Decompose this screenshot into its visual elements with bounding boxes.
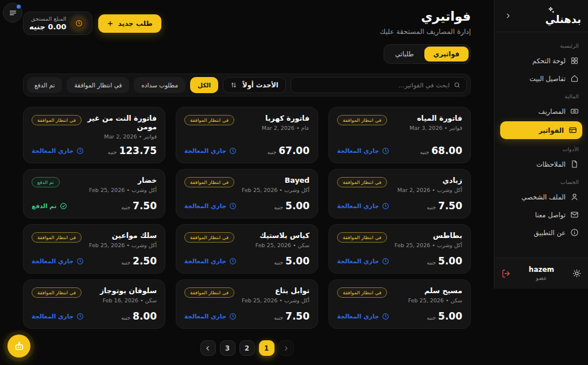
chevron-right-icon — [283, 345, 289, 352]
approval-badge: في انتظار الموافقة — [32, 115, 82, 125]
filter-chip-paid[interactable]: تم الدفع — [27, 77, 62, 93]
nav-item-label: الملف الشخصي — [521, 193, 566, 201]
payment-status: جاري المعالجة — [184, 202, 237, 210]
invoice-card[interactable]: Bayedأكل وشرب • Feb 25, 2026في انتظار ال… — [176, 169, 318, 218]
tabs: فواتيري طلباتي — [384, 44, 471, 64]
sidebar: بدهنلي الرئيسية لوحة التحكم تفاصيل البيت… — [494, 0, 588, 289]
sidebar-item-house-details[interactable]: تفاصيل البيت — [494, 70, 588, 87]
page-button-3[interactable]: 3 — [220, 340, 235, 356]
search-icon — [454, 82, 461, 89]
page-subtitle: إدارة المصاريف المستحقة عليك — [380, 28, 471, 36]
invoice-amount: 7.50جنيه — [274, 310, 310, 322]
clock-icon — [229, 258, 237, 265]
chevron-left-icon — [204, 345, 211, 352]
section-label-tools: الأدوات — [494, 140, 588, 155]
main-content: فواتيري إدارة المصاريف المستحقة عليك طلب… — [0, 0, 494, 365]
next-page-button[interactable] — [278, 340, 294, 356]
approval-badge: في انتظار الموافقة — [337, 177, 387, 187]
sidebar-header: بدهنلي — [494, 0, 588, 32]
page-title: فواتيري — [380, 9, 471, 24]
menu-button[interactable] — [3, 3, 22, 22]
invoice-card[interactable]: خضارأكل وشرب • Feb 25, 2026تم الدفع 7.50… — [23, 169, 165, 218]
invoice-meta: أكل وشرب • Feb 25, 2026 — [242, 187, 310, 193]
invoice-card[interactable]: كياس بلاستيكسكن • Feb 25, 2026في انتظار … — [176, 224, 318, 274]
page-button-1[interactable]: 1 — [259, 340, 274, 356]
invoice-card[interactable]: مسيح سلمسكن • Feb 25, 2026في انتظار المو… — [328, 279, 471, 329]
clock-icon — [229, 147, 237, 155]
info-icon — [570, 228, 579, 237]
robot-icon — [14, 341, 25, 352]
invoice-card[interactable]: زباديأكل وشرب • Mar 2, 2026في انتظار الم… — [328, 169, 471, 218]
sidebar-item-notes[interactable]: الملاحظات — [494, 155, 588, 173]
approval-badge: في انتظار الموافقة — [184, 177, 234, 187]
clock-icon — [229, 202, 237, 210]
sidebar-item-profile[interactable]: الملف الشخصي — [494, 188, 588, 206]
new-request-button[interactable]: طلب جديد — [98, 14, 161, 33]
chevron-right-icon — [504, 12, 512, 20]
invoice-card[interactable]: فاتورة كهرباعام • Mar 2, 2026في انتظار ا… — [176, 107, 318, 163]
collapse-sidebar-button[interactable] — [500, 10, 512, 22]
mail-icon — [570, 210, 579, 219]
clock-icon — [229, 313, 237, 320]
clock-icon — [382, 147, 389, 155]
new-request-label: طلب جديد — [118, 20, 152, 28]
invoice-title: بطاطس — [394, 231, 462, 240]
approval-badge: في انتظار الموافقة — [184, 287, 234, 298]
search-box — [291, 77, 467, 93]
filter-chip-awaiting-approval[interactable]: في انتظار الموافقة — [67, 77, 129, 93]
sidebar-item-dashboard[interactable]: لوحة التحكم — [494, 52, 588, 70]
invoice-title: سلك مواعين — [89, 231, 157, 240]
chatbot-fab-button[interactable] — [7, 335, 30, 358]
sidebar-item-about[interactable]: عن التطبيق — [494, 224, 588, 241]
payment-status: جاري المعالجة — [337, 147, 389, 155]
search-input[interactable] — [297, 82, 450, 89]
invoice-card[interactable]: سلوفان بوتوجازسكن • Feb 16, 2026في انتظا… — [23, 279, 165, 329]
invoice-title: فاتورة النت من غير مومن — [85, 114, 157, 131]
due-clock-icon — [71, 16, 86, 31]
approval-badge: في انتظار الموافقة — [184, 115, 234, 125]
sidebar-footer: hazem عضو — [494, 258, 588, 289]
logout-button[interactable] — [501, 269, 510, 278]
filter-bar: الأحدث أولاً الكل مطلوب سداده في انتظار … — [23, 74, 471, 97]
section-label-main: الرئيسية — [494, 37, 588, 52]
filter-chip-payment-required[interactable]: مطلوب سداده — [134, 77, 185, 93]
invoice-amount: 67.00جنيه — [267, 145, 310, 156]
tabs-row: فواتيري طلباتي — [23, 44, 471, 64]
previous-page-button[interactable] — [200, 340, 216, 356]
sidebar-item-invoices[interactable]: الفواتير — [500, 121, 582, 139]
due-amount-label: المبلغ المستحق — [29, 16, 66, 22]
plus-icon — [107, 20, 114, 27]
approval-badge: في انتظار الموافقة — [184, 232, 234, 243]
theme-toggle-button[interactable] — [572, 269, 581, 278]
filter-chip-all[interactable]: الكل — [190, 77, 218, 93]
invoice-card[interactable]: فاتورة النت من غير مومنفواتير • Mar 2, 2… — [23, 107, 165, 163]
sidebar-item-expenses[interactable]: المصاريف — [494, 102, 588, 120]
invoice-card[interactable]: فاتورة المياهفواتير • Mar 3, 2026في انتظ… — [328, 107, 471, 163]
section-label-account: الحساب — [494, 173, 588, 188]
invoice-card[interactable]: توابل بتاعأكل وشرب • Feb 25, 2026في انتظ… — [176, 279, 318, 329]
invoice-amount: 2.50جنيه — [121, 255, 157, 267]
invoice-title: سلوفان بوتوجاز — [100, 286, 157, 295]
invoice-meta: عام • Mar 2, 2026 — [262, 125, 310, 131]
tab-my-requests[interactable]: طلباتي — [386, 47, 423, 62]
page-button-2[interactable]: 2 — [239, 340, 255, 356]
approval-badge: في انتظار الموافقة — [32, 287, 82, 298]
clock-icon — [382, 202, 389, 210]
invoice-card[interactable]: سلك مواعينأكل وشرب • Feb 25, 2026في انتظ… — [23, 224, 165, 274]
sort-button[interactable]: الأحدث أولاً — [223, 77, 286, 93]
logout-icon — [501, 269, 510, 278]
invoice-amount: 5.00جنيه — [427, 255, 462, 267]
sidebar-item-contact[interactable]: تواصل معنا — [494, 206, 588, 224]
header-actions: طلب جديد المبلغ المستحق 0.00 جنيه — [23, 11, 161, 35]
sun-icon — [572, 269, 581, 278]
sidebar-nav: الرئيسية لوحة التحكم تفاصيل البيت المالي… — [494, 32, 588, 247]
approval-badge: في انتظار الموافقة — [32, 232, 82, 243]
invoice-card[interactable]: بطاطسأكل وشرب • Feb 25, 2026في انتظار ال… — [328, 224, 471, 274]
user-icon — [570, 193, 579, 201]
invoice-title: مسيح سلم — [408, 286, 462, 295]
home-icon — [570, 74, 579, 83]
tab-my-invoices[interactable]: فواتيري — [424, 47, 469, 62]
page-header: فواتيري إدارة المصاريف المستحقة عليك طلب… — [23, 9, 471, 36]
invoice-title: كياس بلاستيك — [256, 231, 310, 240]
nav-item-label: الملاحظات — [536, 160, 566, 168]
